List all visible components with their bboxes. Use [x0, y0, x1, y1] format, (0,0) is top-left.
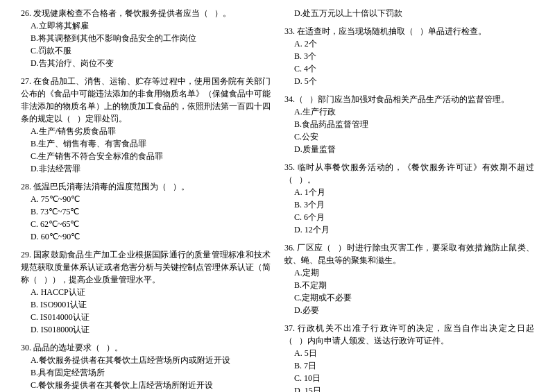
left-column: 26. 发现健康检查不合格者，餐饮服务提供者应当（ ）。 A.立即将其解雇 B.…	[21, 7, 271, 392]
right-column: D.处五万元以上十倍以下罚款 33. 在适查时，应当现场随机抽取（ ）单品进行检…	[284, 7, 534, 392]
q26-opt-d: D.告其治疗、岗位不变	[21, 57, 271, 69]
question-28-text: 28. 低温巴氏消毒法消毒的温度范围为（ ）。	[21, 180, 271, 193]
q29-opt-c: C. IS014000认证	[21, 311, 271, 323]
q34-opt-b: B.食品药品监督管理	[284, 118, 534, 130]
question-36: 36. 厂区应（ ）时进行除虫灭害工作，要采取有效措施防止鼠类、蚊、蝇、昆虫等的…	[284, 241, 534, 316]
q37-opt-b: B. 7日	[284, 359, 534, 372]
q27-opt-b: B.生产、销售有毒、有害食品罪	[21, 137, 271, 150]
q35-opt-c: C. 6个月	[284, 211, 534, 223]
q30-opt-b: B.具有固定经营场所	[21, 366, 271, 379]
q35-opt-a: A. 1个月	[284, 186, 534, 198]
q29-opt-d: D. IS018000认证	[21, 323, 271, 336]
q33-opt-b: B. 3个	[284, 50, 534, 62]
main-columns: 26. 发现健康检查不合格者，餐饮服务提供者应当（ ）。 A.立即将其解雇 B.…	[21, 7, 534, 392]
q35-opt-d: D. 12个月	[284, 223, 534, 236]
question-28: 28. 低温巴氏消毒法消毒的温度范围为（ ）。 A. 75℃~90℃ B. 73…	[21, 180, 271, 243]
question-33-text: 33. 在适查时，应当现场随机抽取（ ）单品进行检查。	[284, 25, 534, 37]
q28-opt-a: A. 75℃~90℃	[21, 193, 271, 205]
q30-opt-c: C.餐饮服务提供者在其餐饮上店经营场所附近开设	[21, 379, 271, 391]
q26-opt-c: C.罚款不服	[21, 44, 271, 57]
q36-opt-d: D.必要	[284, 304, 534, 316]
question-29-text: 29. 国家鼓励食品生产加工企业根据国际通行的质量管理标准和技术规范获取质量体系…	[21, 248, 271, 286]
q34-opt-a: A.生产行政	[284, 105, 534, 118]
question-27-text: 27. 在食品加工、消售、运输、贮存等过程中，使用国务院有关部门公布的《食品中可…	[21, 75, 271, 125]
q26-opt-a: A.立即将其解雇	[21, 19, 271, 32]
q35-opt-b: B. 3个月	[284, 198, 534, 211]
q28-opt-d: D. 60℃~90℃	[21, 230, 271, 243]
q26-opt-b: B.将其调整到其他不影响食品安全的工作岗位	[21, 32, 271, 44]
q36-opt-c: C.定期或不必要	[284, 291, 534, 304]
question-36-text: 36. 厂区应（ ）时进行除虫灭害工作，要采取有效措施防止鼠类、蚊、蝇、昆虫等的…	[284, 241, 534, 266]
q27-opt-d: D.非法经营罪	[21, 162, 271, 175]
question-26: 26. 发现健康检查不合格者，餐饮服务提供者应当（ ）。 A.立即将其解雇 B.…	[21, 7, 271, 69]
question-35-text: 35. 临时从事餐饮服务活动的，《餐饮服务许可证》有效期不超过（ ）。	[284, 161, 534, 186]
page-content: 26. 发现健康检查不合格者，餐饮服务提供者应当（ ）。 A.立即将其解雇 B.…	[21, 7, 534, 392]
q37-opt-d: D. 15日	[284, 384, 534, 392]
q34-opt-d: D.质量监督	[284, 143, 534, 155]
q32-opt-d-block: D.处五万元以上十倍以下罚款	[284, 7, 534, 19]
question-37-text: 37. 行政机关不出准子行政许可的决定，应当自作出决定之日起（ ）内向申请人颁发…	[284, 322, 534, 347]
q33-opt-a: A. 2个	[284, 37, 534, 50]
q28-opt-b: B. 73℃~75℃	[21, 205, 271, 218]
q34-opt-c: C.公安	[284, 130, 534, 143]
question-30: 30. 品品的选址要求（ ）。 A.餐饮服务提供者在其餐饮土店经营场所内或附近开…	[21, 341, 271, 392]
q32-opt-d: D.处五万元以上十倍以下罚款	[284, 7, 534, 19]
question-30-text: 30. 品品的选址要求（ ）。	[21, 341, 271, 354]
question-26-text: 26. 发现健康检查不合格者，餐饮服务提供者应当（ ）。	[21, 7, 271, 19]
question-33: 33. 在适查时，应当现场随机抽取（ ）单品进行检查。 A. 2个 B. 3个 …	[284, 25, 534, 87]
q36-opt-a: A.定期	[284, 266, 534, 279]
q37-opt-c: C. 10日	[284, 372, 534, 384]
q27-opt-a: A.生产/销售劣质食品罪	[21, 125, 271, 137]
question-29: 29. 国家鼓励食品生产加工企业根据国际通行的质量管理标准和技术规范获取质量体系…	[21, 248, 271, 336]
q29-opt-b: B. ISO9001认证	[21, 298, 271, 311]
q27-opt-c: C.生产销售不符合安全标准的食品罪	[21, 150, 271, 162]
q37-opt-a: A. 5日	[284, 347, 534, 359]
question-35: 35. 临时从事餐饮服务活动的，《餐饮服务许可证》有效期不超过（ ）。 A. 1…	[284, 161, 534, 236]
q36-opt-b: B.不定期	[284, 279, 534, 291]
q29-opt-a: A. HACCP认证	[21, 286, 271, 298]
question-34: 34.（ ）部门应当加强对食品相关产品生产活动的监督管理。 A.生产行政 B.食…	[284, 93, 534, 155]
q33-opt-d: D. 5个	[284, 75, 534, 87]
q28-opt-c: C. 62℃~65℃	[21, 218, 271, 230]
question-37: 37. 行政机关不出准子行政许可的决定，应当自作出决定之日起（ ）内向申请人颁发…	[284, 322, 534, 392]
q30-opt-a: A.餐饮服务提供者在其餐饮土店经营场所内或附近开设	[21, 354, 271, 366]
q33-opt-c: C. 4个	[284, 62, 534, 75]
question-34-text: 34.（ ）部门应当加强对食品相关产品生产活动的监督管理。	[284, 93, 534, 105]
question-27: 27. 在食品加工、消售、运输、贮存等过程中，使用国务院有关部门公布的《食品中可…	[21, 75, 271, 175]
